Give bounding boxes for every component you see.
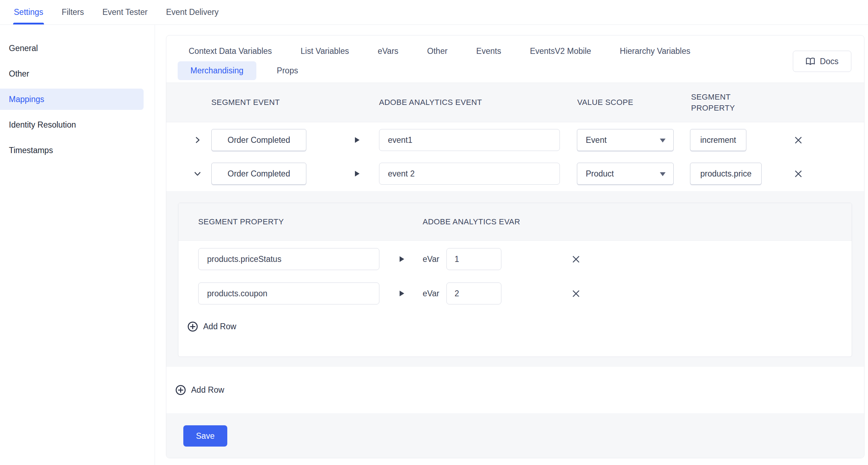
sidebar-item-timestamps[interactable]: Timestamps bbox=[0, 138, 155, 163]
adobe-event-input[interactable] bbox=[379, 163, 560, 185]
mapping-rows: Order Completed Event increment bbox=[166, 122, 864, 191]
arrow-right-icon bbox=[400, 256, 404, 262]
segment-event-button[interactable]: Order Completed bbox=[211, 129, 306, 151]
nav-tab-label: Filters bbox=[62, 7, 84, 17]
remove-row-button[interactable] bbox=[790, 166, 806, 181]
plus-circle-icon bbox=[175, 384, 187, 396]
book-icon bbox=[806, 57, 815, 66]
column-header-adobe-analytics-event: ADOBE ANALYTICS EVENT bbox=[379, 98, 482, 107]
x-icon bbox=[571, 254, 581, 264]
column-header-segment-property: SEGMENT PROPERTY bbox=[691, 91, 762, 113]
evar-row: eVar bbox=[178, 248, 852, 270]
mappings-card: Context Data Variables List Variables eV… bbox=[166, 35, 864, 458]
remove-row-button[interactable] bbox=[568, 251, 584, 267]
column-header-segment-event: SEGMENT EVENT bbox=[211, 98, 280, 107]
sidebar-item-identity-resolution[interactable]: Identity Resolution bbox=[0, 112, 155, 138]
variable-tabs: Context Data Variables List Variables eV… bbox=[166, 35, 864, 83]
evar-prefix-label: eVar bbox=[423, 289, 439, 298]
docs-button-label: Docs bbox=[820, 57, 838, 66]
mappings-table-header: SEGMENT EVENT ADOBE ANALYTICS EVENT VALU… bbox=[166, 83, 864, 122]
value-scope-select[interactable]: Event bbox=[577, 129, 674, 151]
chevron-right-icon bbox=[193, 135, 202, 145]
adobe-event-input[interactable] bbox=[379, 129, 560, 151]
tab-evars[interactable]: eVars bbox=[378, 46, 398, 56]
remove-row-button[interactable] bbox=[790, 132, 806, 148]
arrow-right-icon bbox=[355, 137, 360, 143]
column-header-value-scope: VALUE SCOPE bbox=[577, 98, 633, 107]
tab-list-variables[interactable]: List Variables bbox=[301, 46, 349, 56]
evar-number-input[interactable] bbox=[446, 248, 501, 270]
x-icon bbox=[794, 135, 803, 145]
sidebar-item-mappings[interactable]: Mappings bbox=[0, 89, 144, 110]
evar-table-header: SEGMENT PROPERTY ADOBE ANALYTICS EVAR bbox=[178, 203, 852, 241]
nav-tab-event-delivery[interactable]: Event Delivery bbox=[166, 0, 218, 24]
sidebar-item-label: Mappings bbox=[9, 95, 44, 104]
remove-row-button[interactable] bbox=[568, 286, 584, 301]
tab-context-data-variables[interactable]: Context Data Variables bbox=[189, 46, 272, 56]
mapping-row: Order Completed Event increment bbox=[166, 129, 864, 151]
variable-tabs-row-2: Merchandising Props bbox=[178, 61, 851, 80]
tab-other[interactable]: Other bbox=[427, 46, 448, 56]
nav-tab-label: Event Delivery bbox=[166, 7, 218, 17]
segment-event-button[interactable]: Order Completed bbox=[211, 163, 306, 185]
segment-property-input[interactable] bbox=[198, 248, 379, 270]
docs-button[interactable]: Docs bbox=[793, 51, 851, 72]
column-header-adobe-analytics-evar: ADOBE ANALYTICS EVAR bbox=[423, 217, 520, 226]
save-button[interactable]: Save bbox=[183, 425, 227, 447]
nav-tab-settings[interactable]: Settings bbox=[14, 0, 43, 24]
nav-tab-label: Event Tester bbox=[102, 7, 148, 17]
plus-circle-icon bbox=[187, 321, 199, 332]
sidebar-item-label: General bbox=[9, 44, 38, 53]
x-icon bbox=[571, 289, 581, 298]
tab-eventsv2-mobile[interactable]: EventsV2 Mobile bbox=[530, 46, 591, 56]
column-header-segment-property: SEGMENT PROPERTY bbox=[198, 217, 284, 226]
tab-events[interactable]: Events bbox=[476, 46, 501, 56]
top-nav: Settings Filters Event Tester Event Deli… bbox=[0, 0, 868, 25]
segment-property-input[interactable] bbox=[198, 282, 379, 304]
evar-row: eVar bbox=[178, 282, 852, 304]
settings-sidebar: General Other Mappings Identity Resoluti… bbox=[0, 25, 155, 465]
sidebar-item-label: Other bbox=[9, 69, 29, 79]
evar-prefix-label: eVar bbox=[423, 254, 439, 264]
collapse-row-button[interactable] bbox=[190, 166, 205, 181]
expand-row-button[interactable] bbox=[190, 132, 205, 148]
add-row-label: Add Row bbox=[203, 322, 236, 331]
arrow-right-icon bbox=[400, 291, 404, 296]
main-content: Context Data Variables List Variables eV… bbox=[155, 25, 868, 465]
nav-tab-label: Settings bbox=[14, 7, 43, 17]
sidebar-item-other[interactable]: Other bbox=[0, 61, 155, 86]
evar-mappings-card: SEGMENT PROPERTY ADOBE ANALYTICS EVAR eV… bbox=[178, 203, 852, 357]
active-tab-underline bbox=[13, 23, 44, 24]
tab-props[interactable]: Props bbox=[277, 66, 298, 75]
add-row-label: Add Row bbox=[191, 385, 224, 395]
add-mapping-row-button[interactable]: Add Row bbox=[175, 384, 224, 396]
expanded-row-panel: SEGMENT PROPERTY ADOBE ANALYTICS EVAR eV… bbox=[166, 191, 864, 367]
add-row-band: Add Row bbox=[166, 367, 864, 413]
chevron-down-icon bbox=[193, 169, 202, 178]
add-evar-row-button[interactable]: Add Row bbox=[187, 321, 852, 332]
value-scope-selected: Event bbox=[586, 135, 607, 145]
evar-number-input[interactable] bbox=[446, 282, 501, 304]
tab-merchandising-active[interactable]: Merchandising bbox=[178, 61, 256, 80]
card-footer: Save bbox=[166, 413, 864, 458]
nav-tab-event-tester[interactable]: Event Tester bbox=[102, 0, 148, 24]
sidebar-item-label: Identity Resolution bbox=[9, 120, 76, 130]
nav-tab-filters[interactable]: Filters bbox=[62, 0, 84, 24]
value-scope-select[interactable]: Product bbox=[577, 163, 674, 185]
chevron-down-icon bbox=[660, 139, 666, 142]
chevron-down-icon bbox=[660, 172, 666, 176]
segment-property-button[interactable]: products.price bbox=[690, 163, 762, 185]
sidebar-item-label: Timestamps bbox=[9, 146, 53, 155]
x-icon bbox=[794, 169, 803, 179]
variable-tabs-row-1: Context Data Variables List Variables eV… bbox=[189, 41, 851, 61]
arrow-right-icon bbox=[355, 171, 360, 177]
value-scope-selected: Product bbox=[586, 169, 614, 179]
mapping-row: Order Completed Product products.price bbox=[166, 163, 864, 185]
tab-hierarchy-variables[interactable]: Hierarchy Variables bbox=[620, 46, 690, 56]
sidebar-item-general[interactable]: General bbox=[0, 35, 155, 61]
segment-property-button[interactable]: increment bbox=[690, 129, 746, 151]
